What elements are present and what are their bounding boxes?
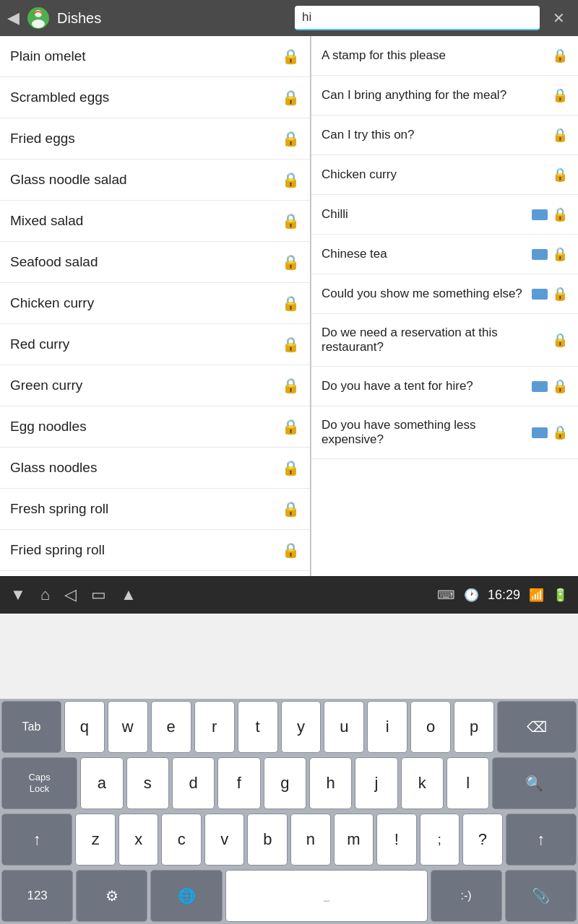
dropdown-text: Do you have a tent for hire? bbox=[322, 379, 532, 393]
key-semicolon[interactable]: ; bbox=[420, 814, 460, 866]
dropdown-text: Chilli bbox=[322, 207, 532, 222]
numbers-key[interactable]: 123 bbox=[1, 870, 73, 922]
dropdown-item[interactable]: Do we need a reservation at this restaur… bbox=[311, 314, 578, 367]
status-left-icons: ▼ ⌂ ◁ ▭ ▲ bbox=[10, 585, 137, 604]
dropdown-item[interactable]: Chilli 🔒 bbox=[311, 195, 578, 235]
keyboard-row-1: Tab q w e r t y u i o p ⌫ bbox=[0, 699, 578, 755]
key-y[interactable]: y bbox=[281, 701, 322, 753]
key-k[interactable]: k bbox=[401, 757, 444, 809]
key-e[interactable]: e bbox=[151, 701, 191, 753]
delete-key[interactable]: ⌫ bbox=[497, 701, 577, 753]
dish-list-item[interactable]: Scrambled eggs 🔒 bbox=[0, 77, 310, 118]
dish-list-item[interactable]: Glass noodle salad 🔒 bbox=[0, 160, 310, 201]
dropdown-item[interactable]: A stamp for this please 🔒 bbox=[311, 36, 578, 76]
space-key[interactable]: ⎯ bbox=[225, 870, 428, 922]
key-p[interactable]: p bbox=[454, 701, 494, 753]
dish-name: Fresh spring roll bbox=[10, 501, 108, 517]
caps-lock-key[interactable]: CapsLock bbox=[1, 757, 77, 809]
key-v[interactable]: v bbox=[204, 814, 245, 866]
dish-list-item[interactable]: Tom Yum 🔒 bbox=[0, 571, 310, 576]
content-area: Plain omelet 🔒Scrambled eggs 🔒Fried eggs… bbox=[0, 36, 578, 576]
dish-name: Fried spring roll bbox=[10, 542, 105, 558]
dish-list-item[interactable]: Plain omelet 🔒 bbox=[0, 36, 310, 77]
dish-list-item[interactable]: Fresh spring roll 🔒 bbox=[0, 489, 310, 530]
lock-icon: 🔒 bbox=[282, 212, 300, 230]
lock-icon: 🔒 bbox=[282, 500, 300, 518]
key-q[interactable]: q bbox=[64, 701, 105, 753]
key-u[interactable]: u bbox=[324, 701, 364, 753]
key-w[interactable]: w bbox=[108, 701, 148, 753]
key-b[interactable]: b bbox=[247, 814, 288, 866]
dish-list-item[interactable]: Chicken curry 🔒 bbox=[0, 283, 310, 324]
key-o[interactable]: o bbox=[410, 701, 451, 753]
lock-icon: 🔒 bbox=[552, 378, 568, 394]
key-i[interactable]: i bbox=[367, 701, 407, 753]
lock-icon: 🔒 bbox=[282, 295, 300, 312]
shift-right-key[interactable]: ↑ bbox=[506, 814, 577, 866]
dish-list-item[interactable]: Egg noodles 🔒 bbox=[0, 406, 310, 448]
dish-list-item[interactable]: Glass noodles 🔒 bbox=[0, 448, 310, 489]
dish-list-item[interactable]: Green curry 🔒 bbox=[0, 365, 310, 406]
search-key[interactable]: 🔍 bbox=[492, 757, 577, 809]
dropdown-item[interactable]: Do you have a tent for hire? 🔒 bbox=[311, 367, 578, 406]
dish-list-item[interactable]: Red curry 🔒 bbox=[0, 324, 310, 365]
lock-icon: 🔒 bbox=[552, 48, 568, 64]
back-button[interactable]: ◀ bbox=[7, 9, 20, 27]
lock-icon: 🔒 bbox=[282, 418, 300, 435]
search-input[interactable] bbox=[295, 6, 540, 30]
dropdown-text: Can I try this on? bbox=[322, 128, 552, 142]
key-h[interactable]: h bbox=[309, 757, 352, 809]
flag-icon bbox=[532, 209, 548, 220]
dish-name: Glass noodle salad bbox=[10, 172, 127, 188]
dropdown-item[interactable]: Do you have something less expensive? 🔒 bbox=[311, 406, 578, 459]
settings-key[interactable]: ⚙ bbox=[76, 870, 147, 922]
key-question[interactable]: ? bbox=[462, 814, 503, 866]
dish-list-item[interactable]: Fried eggs 🔒 bbox=[0, 118, 310, 160]
key-z[interactable]: z bbox=[75, 814, 116, 866]
key-j[interactable]: j bbox=[355, 757, 397, 809]
dropdown-item[interactable]: Chinese tea 🔒 bbox=[311, 235, 578, 274]
key-a[interactable]: a bbox=[80, 757, 123, 809]
clear-button[interactable]: ✕ bbox=[547, 9, 571, 27]
nav-down-icon[interactable]: ▼ bbox=[10, 585, 26, 604]
dish-name: Glass noodles bbox=[10, 460, 97, 476]
tab-key[interactable]: Tab bbox=[1, 701, 61, 753]
status-right: ⌨ 🕐 16:29 📶 🔋 bbox=[437, 588, 568, 603]
dish-list-item[interactable]: Mixed salad 🔒 bbox=[0, 201, 310, 242]
nav-home-icon[interactable]: ⌂ bbox=[40, 585, 50, 604]
dropdown-item[interactable]: Chicken curry 🔒 bbox=[311, 155, 578, 195]
key-c[interactable]: c bbox=[161, 814, 202, 866]
key-m[interactable]: m bbox=[334, 814, 374, 866]
dropdown-item[interactable]: Can I try this on? 🔒 bbox=[311, 116, 578, 155]
attach-key[interactable]: 📎 bbox=[505, 870, 577, 922]
dropdown-text: Do we need a reservation at this restaur… bbox=[322, 326, 552, 354]
dish-list: Plain omelet 🔒Scrambled eggs 🔒Fried eggs… bbox=[0, 36, 311, 576]
key-g[interactable]: g bbox=[264, 757, 306, 809]
key-exclaim[interactable]: ! bbox=[376, 814, 417, 866]
dish-list-item[interactable]: Fried spring roll 🔒 bbox=[0, 530, 310, 571]
flag-icon bbox=[532, 381, 548, 392]
shift-left-key[interactable]: ↑ bbox=[1, 814, 72, 866]
key-f[interactable]: f bbox=[217, 757, 260, 809]
dish-name: Scrambled eggs bbox=[10, 90, 109, 105]
key-s[interactable]: s bbox=[126, 757, 169, 809]
nav-up-icon[interactable]: ▲ bbox=[121, 585, 137, 604]
lock-icon: 🔒 bbox=[552, 167, 568, 183]
key-d[interactable]: d bbox=[172, 757, 215, 809]
dish-name: Green curry bbox=[10, 378, 82, 393]
lock-icon: 🔒 bbox=[552, 286, 568, 302]
dropdown-item[interactable]: Can I bring anything for the meal? 🔒 bbox=[311, 76, 578, 116]
nav-back-icon[interactable]: ◁ bbox=[64, 585, 77, 604]
key-r[interactable]: r bbox=[194, 701, 235, 753]
key-t[interactable]: t bbox=[238, 701, 278, 753]
key-l[interactable]: l bbox=[447, 757, 489, 809]
emoji-key[interactable]: :-) bbox=[431, 870, 502, 922]
key-n[interactable]: n bbox=[290, 814, 331, 866]
key-x[interactable]: x bbox=[118, 814, 159, 866]
dish-list-item[interactable]: Seafood salad 🔒 bbox=[0, 242, 310, 283]
lock-icon: 🔒 bbox=[282, 377, 300, 394]
dropdown-item[interactable]: Could you show me something else? 🔒 bbox=[311, 274, 578, 314]
lock-icon: 🔒 bbox=[282, 89, 300, 106]
nav-recents-icon[interactable]: ▭ bbox=[91, 585, 106, 604]
language-key[interactable]: 🌐 bbox=[150, 870, 222, 922]
